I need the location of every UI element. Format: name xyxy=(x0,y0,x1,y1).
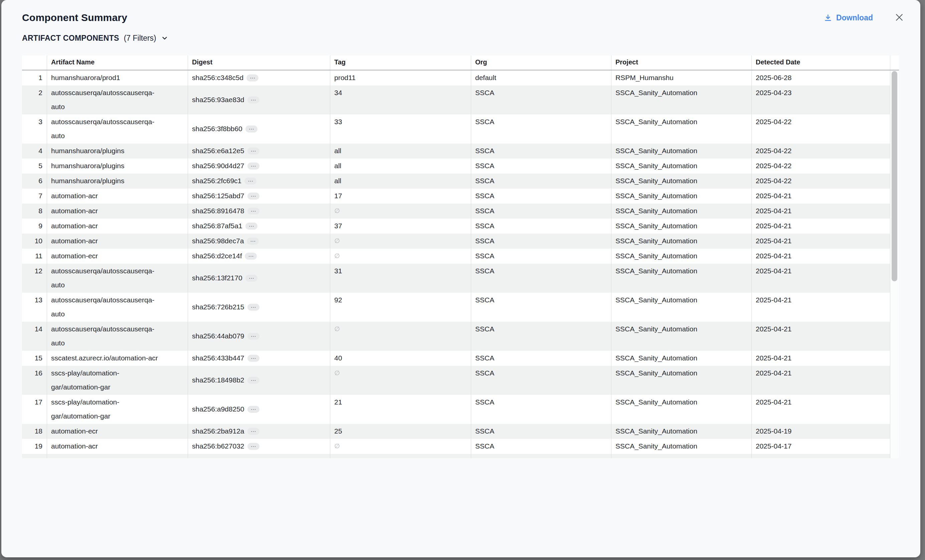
digest-expand-pill[interactable]: ⋯ xyxy=(247,304,259,311)
table-row[interactable]: 1 humanshuarora/prod1 sha256:c348c5d ⋯ p… xyxy=(22,71,890,86)
artifact-name-cell: autosscauserqa/autosscauserqa- auto xyxy=(47,322,188,351)
digest-cell: sha256:433b447 ⋯ xyxy=(188,351,330,366)
table-row[interactable]: 4 humanshuarora/plugins sha256:e6a12e5 ⋯… xyxy=(22,144,890,159)
project-cell: SSCA_Sanity_Automation xyxy=(611,144,751,159)
table-row[interactable]: 15 sscatest.azurecr.io/automation-acr sh… xyxy=(22,351,890,366)
column-header-detected-date[interactable]: Detected Date xyxy=(751,56,890,70)
project-cell: SSCA_Sanity_Automation xyxy=(611,293,751,322)
detected-date-cell: 2025-04-23 xyxy=(751,86,890,114)
digest-cell: sha256:90d4d27 ⋯ xyxy=(188,159,330,174)
digest-expand-pill[interactable]: ⋯ xyxy=(247,406,259,413)
digest-cell: sha256:2ba912a ⋯ xyxy=(188,424,330,439)
project-cell: SSCA_Sanity_Automation xyxy=(611,204,751,219)
digest-expand-pill[interactable]: ⋯ xyxy=(247,238,259,245)
tag-cell: 33 xyxy=(330,114,471,144)
artifact-name-cell: autosscauserqa/autosscauserqa- auto xyxy=(47,86,188,114)
digest-expand-pill[interactable]: ⋯ xyxy=(247,333,259,340)
column-header-project[interactable]: Project xyxy=(611,56,751,70)
artifact-name-cell: humanshuarora/prod1 xyxy=(47,71,188,86)
digest-cell: sha256:8916478 ⋯ xyxy=(188,204,330,219)
scrollbar-thumb[interactable] xyxy=(892,71,897,281)
project-cell: SSCA_Sanity_Automation xyxy=(611,174,751,189)
digest-cell: sha256:44ab079 ⋯ xyxy=(188,322,330,351)
artifact-components-table: Artifact Name Digest Tag Org Project Det… xyxy=(22,56,899,458)
digest-expand-pill[interactable]: ⋯ xyxy=(247,147,259,155)
project-cell: SSCA_Sanity_Automation xyxy=(611,114,751,144)
table-row[interactable]: 13 autosscauserqa/autosscauserqa- auto s… xyxy=(22,293,890,322)
artifact-name-cell: autosscauserqa/autosscauserqa- auto xyxy=(47,264,188,293)
digest-expand-pill[interactable]: ⋯ xyxy=(247,443,259,450)
table-row[interactable]: 17 sscs-play/automation- gar/automation-… xyxy=(22,395,890,424)
digest-expand-pill[interactable]: ⋯ xyxy=(245,253,257,260)
table-row-partial[interactable] xyxy=(22,454,890,458)
detected-date-cell: 2025-04-21 xyxy=(751,189,890,204)
digest-expand-pill[interactable]: ⋯ xyxy=(247,96,259,104)
detected-date-cell: 2025-04-21 xyxy=(751,264,890,293)
digest-expand-pill[interactable]: ⋯ xyxy=(247,192,259,200)
artifact-name-cell: automation-acr xyxy=(47,219,188,234)
artifact-components-toggle[interactable]: ARTIFACT COMPONENTS (7 Filters) xyxy=(22,33,899,43)
column-header-digest[interactable]: Digest xyxy=(188,56,330,70)
detected-date-cell: 2025-04-21 xyxy=(751,395,890,424)
table-row[interactable]: 12 autosscauserqa/autosscauserqa- auto s… xyxy=(22,264,890,293)
digest-value: sha256:e6a12e5 xyxy=(192,144,244,158)
project-cell: SSCA_Sanity_Automation xyxy=(611,159,751,174)
close-button[interactable] xyxy=(893,12,905,23)
org-cell: SSCA xyxy=(471,439,611,454)
table-row[interactable]: 7 automation-acr sha256:125abd7 ⋯ 17 SSC… xyxy=(22,189,890,204)
org-cell: SSCA xyxy=(471,395,611,424)
project-cell: SSCA_Sanity_Automation xyxy=(611,351,751,366)
detected-date-cell: 2025-04-22 xyxy=(751,144,890,159)
digest-value: sha256:8916478 xyxy=(192,204,244,218)
digest-expand-pill[interactable]: ⋯ xyxy=(247,207,259,215)
row-number xyxy=(22,454,47,458)
digest-cell: sha256:18498b2 ⋯ xyxy=(188,366,330,395)
row-number: 14 xyxy=(22,322,47,351)
table-row[interactable]: 16 sscs-play/automation- gar/automation-… xyxy=(22,366,890,395)
detected-date-cell: 2025-04-22 xyxy=(751,159,890,174)
table-row[interactable]: 10 automation-acr sha256:98dec7a ⋯ ∅ SSC… xyxy=(22,234,890,249)
detected-date-cell: 2025-04-21 xyxy=(751,204,890,219)
digest-expand-pill[interactable]: ⋯ xyxy=(247,377,259,384)
table-row[interactable]: 9 automation-acr sha256:87af5a1 ⋯ 37 SSC… xyxy=(22,219,890,234)
digest-value: sha256:87af5a1 xyxy=(192,219,243,233)
close-icon xyxy=(894,12,904,23)
digest-expand-pill[interactable]: ⋯ xyxy=(247,355,259,362)
digest-expand-pill[interactable]: ⋯ xyxy=(246,74,258,81)
table-row[interactable]: 14 autosscauserqa/autosscauserqa- auto s… xyxy=(22,322,890,351)
artifact-name-cell: automation-acr xyxy=(47,204,188,219)
column-header-org[interactable]: Org xyxy=(471,56,611,70)
download-button[interactable]: Download xyxy=(824,14,873,23)
filters-count: (7 Filters) xyxy=(124,34,156,43)
artifact-name-cell: humanshuarora/plugins xyxy=(47,144,188,159)
digest-expand-pill[interactable]: ⋯ xyxy=(247,428,259,435)
table-row[interactable]: 2 autosscauserqa/autosscauserqa- auto sh… xyxy=(22,86,890,114)
table-row[interactable]: 11 automation-ecr sha256:d2ce14f ⋯ ∅ SSC… xyxy=(22,249,890,264)
artifact-name-cell: automation-acr xyxy=(47,439,188,454)
row-number: 11 xyxy=(22,249,47,264)
table-row[interactable]: 3 autosscauserqa/autosscauserqa- auto sh… xyxy=(22,114,890,144)
digest-expand-pill[interactable]: ⋯ xyxy=(246,126,258,132)
table-row[interactable]: 19 automation-acr sha256:b627032 ⋯ ∅ SSC… xyxy=(22,439,890,454)
table-row[interactable]: 8 automation-acr sha256:8916478 ⋯ ∅ SSCA… xyxy=(22,204,890,219)
detected-date-cell: 2025-04-21 xyxy=(751,293,890,322)
digest-expand-pill[interactable]: ⋯ xyxy=(244,177,256,185)
digest-expand-pill[interactable]: ⋯ xyxy=(246,275,258,282)
row-number: 1 xyxy=(22,71,47,86)
tag-cell xyxy=(330,454,471,458)
digest-expand-pill[interactable]: ⋯ xyxy=(247,162,259,170)
vertical-scrollbar[interactable] xyxy=(890,71,899,458)
column-header-artifact-name[interactable]: Artifact Name xyxy=(47,56,188,70)
row-number: 10 xyxy=(22,234,47,249)
digest-value: sha256:b627032 xyxy=(192,439,244,453)
project-cell: SSCA_Sanity_Automation xyxy=(611,395,751,424)
tag-cell: 25 xyxy=(330,424,471,439)
table-row[interactable]: 6 humanshuarora/plugins sha256:2fc69c1 ⋯… xyxy=(22,174,890,189)
table-row[interactable]: 5 humanshuarora/plugins sha256:90d4d27 ⋯… xyxy=(22,159,890,174)
tag-cell: ∅ xyxy=(330,234,471,249)
detected-date-cell: 2025-04-21 xyxy=(751,234,890,249)
digest-cell: sha256:d2ce14f ⋯ xyxy=(188,249,330,264)
digest-expand-pill[interactable]: ⋯ xyxy=(246,222,258,230)
table-row[interactable]: 18 automation-ecr sha256:2ba912a ⋯ 25 SS… xyxy=(22,424,890,439)
column-header-tag[interactable]: Tag xyxy=(330,56,471,70)
